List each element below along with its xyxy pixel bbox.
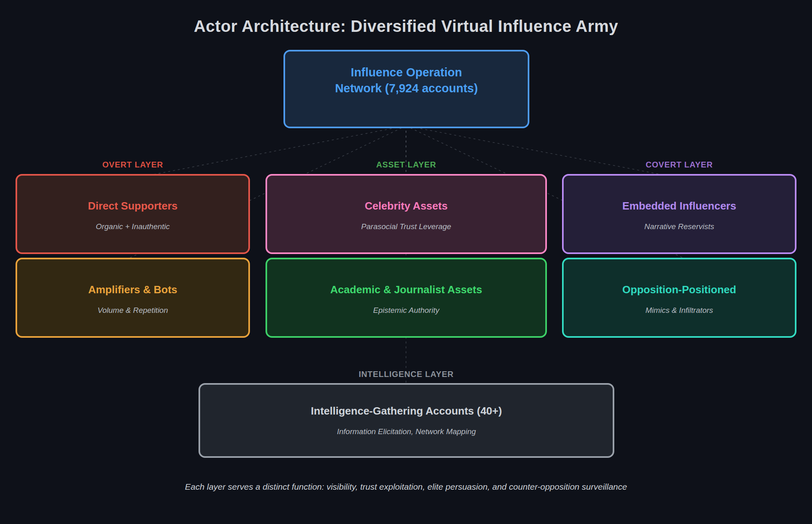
node-title: Intelligence-Gathering Accounts (40+) bbox=[200, 404, 613, 418]
node-title-line1: Influence Operation bbox=[351, 66, 462, 79]
node-embedded-influencers: Embedded Influencers Narrative Reservist… bbox=[562, 174, 796, 254]
label-asset-layer: ASSET LAYER bbox=[265, 160, 547, 169]
node-title: Direct Supporters bbox=[17, 199, 248, 213]
node-title: Academic & Journalist Assets bbox=[267, 283, 545, 297]
node-subtitle: Mimics & Infiltrators bbox=[564, 306, 795, 315]
node-subtitle: Epistemic Authority bbox=[267, 306, 545, 315]
node-subtitle: Organic + Inauthentic bbox=[17, 222, 248, 231]
label-covert-layer: COVERT LAYER bbox=[562, 160, 796, 169]
diagram-canvas: Actor Architecture: Diversified Virtual … bbox=[0, 0, 812, 524]
node-celebrity-assets: Celebrity Assets Parasocial Trust Levera… bbox=[265, 174, 547, 254]
node-title: Embedded Influencers bbox=[564, 199, 795, 213]
node-title-line2: Network (7,924 accounts) bbox=[335, 82, 478, 95]
node-academic-journalist-assets: Academic & Journalist Assets Epistemic A… bbox=[265, 258, 547, 338]
page-title: Actor Architecture: Diversified Virtual … bbox=[0, 17, 812, 36]
diagram-caption: Each layer serves a distinct function: v… bbox=[0, 482, 812, 492]
label-intelligence-layer: INTELLIGENCE LAYER bbox=[265, 370, 547, 379]
node-influence-operation-network: Influence Operation Network (7,924 accou… bbox=[283, 50, 529, 128]
node-amplifiers-bots: Amplifiers & Bots Volume & Repetition bbox=[16, 258, 250, 338]
node-title: Opposition-Positioned bbox=[564, 283, 795, 297]
node-intelligence-gathering-accounts: Intelligence-Gathering Accounts (40+) In… bbox=[199, 383, 614, 458]
node-opposition-positioned: Opposition-Positioned Mimics & Infiltrat… bbox=[562, 258, 796, 338]
label-overt-layer: OVERT LAYER bbox=[16, 160, 250, 169]
connector-line bbox=[406, 126, 680, 178]
node-subtitle: Information Elicitation, Network Mapping bbox=[200, 427, 613, 436]
connector-line bbox=[135, 126, 406, 178]
node-title: Amplifiers & Bots bbox=[17, 283, 248, 297]
node-title: Celebrity Assets bbox=[267, 199, 545, 213]
node-subtitle: Narrative Reservists bbox=[564, 222, 795, 231]
node-subtitle: Volume & Repetition bbox=[17, 306, 248, 315]
node-subtitle: Parasocial Trust Leverage bbox=[267, 222, 545, 231]
node-title: Influence Operation Network (7,924 accou… bbox=[285, 65, 528, 96]
node-direct-supporters: Direct Supporters Organic + Inauthentic bbox=[16, 174, 250, 254]
